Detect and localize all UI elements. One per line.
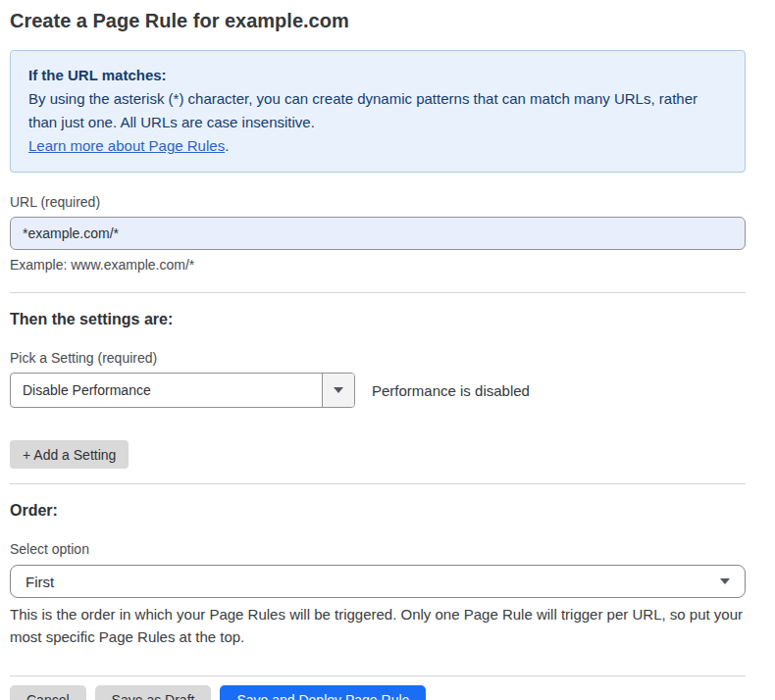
section-divider [10,483,746,484]
link-suffix: . [225,137,229,154]
footer-divider [10,675,746,676]
setting-row: Disable Performance Performance is disab… [10,373,746,408]
setting-select[interactable]: Disable Performance [10,373,355,408]
page-title: Create a Page Rule for example.com [10,10,746,32]
setting-status-text: Performance is disabled [372,382,530,399]
order-help-text: This is the order in which your Page Rul… [10,603,746,648]
footer-button-row: Cancel Save as Draft Save and Deploy Pag… [10,685,746,700]
add-setting-button[interactable]: + Add a Setting [10,440,129,469]
section-divider [10,292,746,293]
setting-select-arrow-button[interactable] [322,374,354,407]
save-and-deploy-button[interactable]: Save and Deploy Page Rule [220,685,426,700]
create-page-rule-form: Create a Page Rule for example.com If th… [0,0,775,700]
order-select-label: Select option [10,541,746,557]
order-select[interactable]: First [10,565,746,598]
url-input[interactable] [10,217,746,250]
order-select-value: First [26,574,54,590]
info-box-link-line: Learn more about Page Rules. [28,134,727,158]
setting-select-value: Disable Performance [11,374,322,407]
chevron-down-icon [334,387,343,393]
info-box-body: By using the asterisk (*) character, you… [28,87,727,134]
url-example-text: Example: www.example.com/* [10,257,746,273]
url-match-info-box: If the URL matches: By using the asteris… [10,50,746,173]
settings-section-heading: Then the settings are: [10,311,746,328]
url-field-label: URL (required) [10,194,746,210]
order-section-heading: Order: [10,502,746,520]
chevron-down-icon [720,578,730,584]
cancel-button[interactable]: Cancel [10,685,86,700]
pick-setting-label: Pick a Setting (required) [10,350,746,366]
info-box-heading: If the URL matches: [28,64,727,87]
learn-more-link[interactable]: Learn more about Page Rules [28,137,225,154]
save-as-draft-button[interactable]: Save as Draft [95,685,212,700]
